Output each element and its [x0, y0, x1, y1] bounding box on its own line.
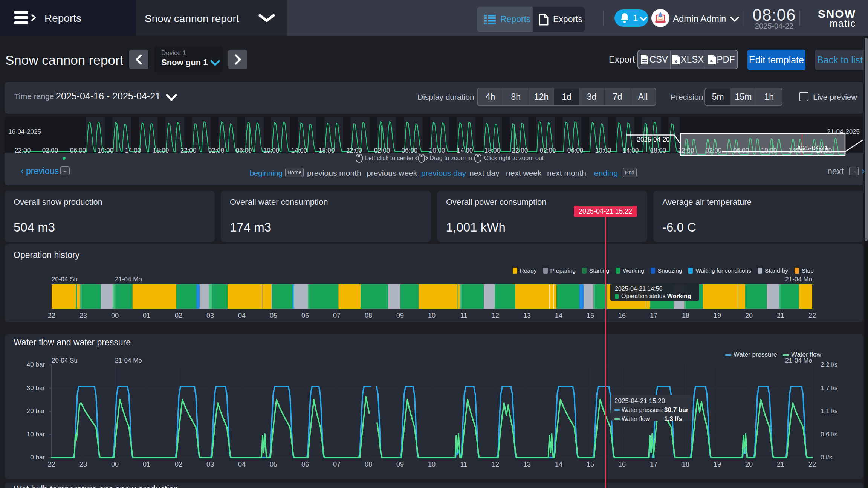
svg-text:08: 08	[365, 312, 372, 319]
svg-text:02:00: 02:00	[540, 147, 556, 154]
svg-text:0.6 l/s: 0.6 l/s	[821, 431, 837, 438]
svg-text:23: 23	[79, 461, 87, 468]
svg-text:11: 11	[460, 312, 468, 319]
svg-text:21-04 Mo: 21-04 Mo	[115, 276, 142, 283]
svg-text:14:00: 14:00	[457, 147, 473, 154]
svg-text:02:00: 02:00	[374, 147, 390, 154]
svg-text:05: 05	[270, 461, 277, 468]
svg-text:14:00: 14:00	[623, 147, 639, 154]
svg-text:22:00: 22:00	[180, 147, 197, 154]
svg-text:21-04 Mo: 21-04 Mo	[115, 357, 142, 364]
svg-text:18: 18	[682, 312, 689, 319]
svg-text:20: 20	[745, 312, 753, 319]
svg-text:1.1 l/s: 1.1 l/s	[821, 407, 837, 415]
svg-text:17: 17	[650, 312, 657, 319]
svg-text:18:00: 18:00	[319, 147, 335, 154]
svg-text:06: 06	[301, 461, 309, 468]
svg-text:2025-04-20: 2025-04-20	[637, 136, 670, 143]
svg-text:00: 00	[111, 312, 119, 319]
svg-text:05: 05	[270, 312, 277, 319]
svg-text:14: 14	[555, 461, 562, 468]
svg-text:10:00: 10:00	[761, 147, 777, 154]
svg-text:15: 15	[587, 312, 594, 319]
svg-text:17: 17	[650, 461, 657, 468]
svg-text:21: 21	[777, 461, 784, 468]
svg-text:14: 14	[555, 312, 562, 319]
svg-text:22: 22	[808, 461, 816, 468]
svg-text:06: 06	[301, 312, 309, 319]
svg-text:10:00: 10:00	[98, 147, 114, 154]
svg-text:22:00: 22:00	[512, 147, 528, 154]
svg-text:06:00: 06:00	[236, 147, 252, 154]
svg-text:1.7 l/s: 1.7 l/s	[821, 384, 837, 392]
svg-text:19: 19	[714, 312, 721, 319]
svg-text:06:00: 06:00	[733, 147, 749, 154]
svg-text:01: 01	[143, 312, 150, 319]
svg-text:10 bar: 10 bar	[27, 431, 45, 438]
svg-text:13: 13	[523, 312, 531, 319]
svg-text:16: 16	[618, 312, 626, 319]
svg-text:40 bar: 40 bar	[27, 361, 45, 368]
svg-text:04: 04	[238, 461, 246, 468]
svg-text:01: 01	[143, 461, 150, 468]
svg-text:07: 07	[333, 461, 341, 468]
svg-text:22: 22	[808, 312, 816, 319]
svg-text:22:00: 22:00	[15, 147, 31, 154]
svg-text:20 bar: 20 bar	[27, 407, 45, 415]
svg-text:02:00: 02:00	[706, 147, 722, 154]
svg-text:03: 03	[206, 312, 214, 319]
svg-text:06:00: 06:00	[402, 147, 418, 154]
svg-text:06:00: 06:00	[567, 147, 584, 154]
svg-text:19: 19	[714, 461, 721, 468]
svg-text:20: 20	[745, 461, 753, 468]
svg-text:06:00: 06:00	[70, 147, 86, 154]
svg-text:03: 03	[206, 461, 214, 468]
svg-text:21-04 Mo: 21-04 Mo	[785, 357, 812, 364]
svg-text:22: 22	[48, 461, 55, 468]
svg-text:02:00: 02:00	[42, 147, 58, 154]
svg-text:2025-04-21: 2025-04-21	[795, 145, 828, 152]
svg-text:04: 04	[238, 312, 246, 319]
svg-text:23: 23	[79, 312, 87, 319]
svg-text:18:00: 18:00	[650, 147, 666, 154]
svg-text:12: 12	[492, 461, 499, 468]
svg-text:x: x	[674, 58, 677, 64]
svg-text:10:00: 10:00	[595, 147, 611, 154]
svg-text:22:00: 22:00	[346, 147, 362, 154]
svg-text:2.2 l/s: 2.2 l/s	[821, 361, 837, 368]
svg-text:18: 18	[682, 461, 689, 468]
svg-text:02: 02	[175, 312, 182, 319]
svg-text:09: 09	[396, 461, 404, 468]
svg-text:02: 02	[175, 461, 182, 468]
svg-text:15: 15	[587, 461, 594, 468]
svg-text:20-04 Su: 20-04 Su	[52, 276, 78, 283]
svg-text:02:00: 02:00	[208, 147, 225, 154]
svg-text:09: 09	[396, 312, 404, 319]
svg-text:07: 07	[333, 312, 341, 319]
svg-text:16: 16	[618, 461, 626, 468]
svg-text:10:00: 10:00	[263, 147, 280, 154]
svg-text:10: 10	[428, 312, 436, 319]
svg-text:14:00: 14:00	[125, 147, 141, 154]
svg-text:10: 10	[428, 461, 436, 468]
svg-text:13: 13	[523, 461, 531, 468]
svg-text:18:00: 18:00	[153, 147, 169, 154]
svg-text:12: 12	[492, 312, 499, 319]
svg-text:22: 22	[48, 312, 55, 319]
svg-text:08: 08	[365, 461, 372, 468]
svg-text:30 bar: 30 bar	[27, 384, 45, 392]
svg-text:14:00: 14:00	[291, 147, 307, 154]
svg-text:11: 11	[460, 461, 468, 468]
svg-text:20-04 Su: 20-04 Su	[52, 357, 78, 364]
svg-text:0 l/s: 0 l/s	[821, 454, 832, 461]
svg-text:0 bar: 0 bar	[30, 454, 45, 461]
svg-text:21: 21	[777, 312, 784, 319]
svg-text:21-04 Mo: 21-04 Mo	[785, 276, 812, 283]
svg-text:18:00: 18:00	[484, 147, 501, 154]
svg-text:00: 00	[111, 461, 119, 468]
svg-text:10:00: 10:00	[429, 147, 445, 154]
